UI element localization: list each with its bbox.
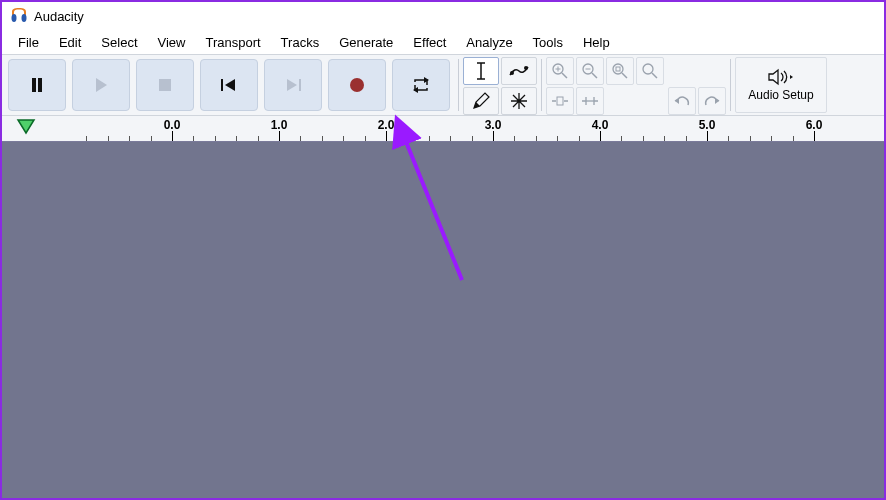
menu-tracks[interactable]: Tracks: [271, 33, 330, 52]
zoom-in-button[interactable]: [546, 57, 574, 85]
svg-line-20: [592, 73, 597, 78]
toolbar: Audio Setup: [2, 54, 884, 116]
timeline-label: 5.0: [699, 118, 716, 132]
speaker-icon: [768, 68, 794, 86]
tracks-area[interactable]: [2, 142, 884, 498]
menu-bar: File Edit Select View Transport Tracks G…: [2, 30, 884, 54]
menu-generate[interactable]: Generate: [329, 33, 403, 52]
redo-button[interactable]: [698, 87, 726, 115]
title-text: Audacity: [34, 9, 84, 24]
spacer: [698, 57, 726, 85]
svg-point-0: [12, 14, 17, 22]
silence-button[interactable]: [576, 87, 604, 115]
play-icon: [93, 77, 109, 93]
timeline-label: 2.0: [378, 118, 395, 132]
menu-view[interactable]: View: [148, 33, 196, 52]
svg-marker-33: [769, 70, 778, 84]
timeline-label: 6.0: [806, 118, 823, 132]
menu-tools[interactable]: Tools: [523, 33, 573, 52]
svg-point-25: [643, 64, 653, 74]
fit-project-icon: [642, 63, 658, 79]
audio-setup-label: Audio Setup: [748, 88, 813, 102]
tools-toolbar: [461, 55, 539, 115]
svg-point-14: [524, 66, 528, 70]
menu-analyze[interactable]: Analyze: [456, 33, 522, 52]
envelope-tool[interactable]: [501, 57, 537, 85]
zoom-out-icon: [582, 63, 598, 79]
fit-selection-icon: [612, 63, 628, 79]
svg-point-22: [613, 64, 623, 74]
svg-marker-4: [96, 78, 107, 92]
spacer: [668, 57, 696, 85]
app-window: Audacity File Edit Select View Transport…: [0, 0, 886, 500]
multi-tool[interactable]: [501, 87, 537, 115]
play-button[interactable]: [72, 59, 130, 111]
stop-icon: [158, 78, 172, 92]
title-bar: Audacity: [2, 2, 884, 30]
trim-icon: [551, 95, 569, 107]
svg-rect-5: [159, 79, 171, 91]
svg-rect-2: [32, 78, 36, 92]
spacer: [636, 87, 664, 115]
svg-marker-34: [790, 75, 793, 79]
record-icon: [349, 77, 365, 93]
app-icon: [10, 7, 28, 25]
ibeam-icon: [472, 61, 490, 81]
pencil-icon: [472, 92, 490, 110]
undo-redo-toolbar: [666, 55, 728, 115]
skip-start-button[interactable]: [200, 59, 258, 111]
envelope-icon: [509, 65, 529, 77]
spacer: [606, 87, 634, 115]
undo-icon: [674, 95, 690, 107]
draw-tool[interactable]: [463, 87, 499, 115]
svg-line-16: [562, 73, 567, 78]
menu-transport[interactable]: Transport: [195, 33, 270, 52]
pause-icon: [29, 77, 45, 93]
timeline-ruler[interactable]: 0.01.02.03.04.05.06.0: [2, 116, 884, 142]
timeline-label: 0.0: [164, 118, 181, 132]
timeline-label: 4.0: [592, 118, 609, 132]
playhead-icon[interactable]: [16, 118, 36, 136]
svg-marker-8: [287, 79, 297, 91]
toolbar-divider: [458, 59, 459, 111]
transport-toolbar: [2, 55, 456, 115]
menu-file[interactable]: File: [8, 33, 49, 52]
skip-start-icon: [220, 78, 238, 92]
menu-select[interactable]: Select: [91, 33, 147, 52]
toolbar-divider-3: [730, 59, 731, 111]
zoom-out-button[interactable]: [576, 57, 604, 85]
svg-point-13: [510, 71, 514, 75]
trim-button[interactable]: [546, 87, 574, 115]
stop-button[interactable]: [136, 59, 194, 111]
menu-effect[interactable]: Effect: [403, 33, 456, 52]
zoom-in-icon: [552, 63, 568, 79]
svg-marker-35: [18, 120, 34, 133]
menu-edit[interactable]: Edit: [49, 33, 91, 52]
edit-toolbar: [544, 55, 666, 115]
svg-rect-3: [38, 78, 42, 92]
fit-selection-button[interactable]: [606, 57, 634, 85]
pause-button[interactable]: [8, 59, 66, 111]
menu-help[interactable]: Help: [573, 33, 620, 52]
svg-line-26: [652, 73, 657, 78]
fit-project-button[interactable]: [636, 57, 664, 85]
svg-point-1: [22, 14, 27, 22]
svg-rect-28: [557, 97, 563, 105]
selection-tool[interactable]: [463, 57, 499, 85]
loop-icon: [412, 77, 430, 93]
svg-rect-6: [221, 79, 223, 91]
timeline-label: 1.0: [271, 118, 288, 132]
timeline-label: 3.0: [485, 118, 502, 132]
skip-end-button[interactable]: [264, 59, 322, 111]
redo-icon: [704, 95, 720, 107]
loop-button[interactable]: [392, 59, 450, 111]
svg-point-10: [350, 78, 364, 92]
silence-icon: [581, 95, 599, 107]
undo-button[interactable]: [668, 87, 696, 115]
svg-rect-9: [299, 79, 301, 91]
skip-end-icon: [284, 78, 302, 92]
record-button[interactable]: [328, 59, 386, 111]
audio-setup-button[interactable]: Audio Setup: [735, 57, 827, 113]
svg-line-23: [622, 73, 627, 78]
svg-rect-24: [616, 67, 620, 71]
